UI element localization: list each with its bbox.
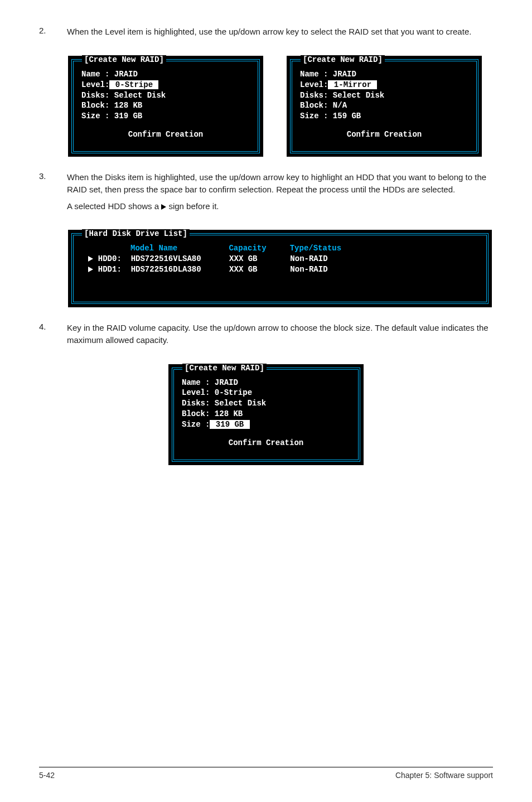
panel-a-name: Name : JRAID [81,69,250,80]
page-footer: 5-42 Chapter 5: Software support [39,767,493,780]
step-4-body: Key in the RAID volume capacity. Use the… [67,322,493,350]
triangle-icon [88,256,93,262]
panel-b-title: [Create New RAID] [301,55,385,64]
step-3-number: 3. [39,171,67,215]
panel-create-raid-stripe: [Create New RAID] Name : JRAID Level: 0-… [68,56,263,157]
raid-panel-center-row: [Create New RAID] Name : JRAID Level: 0-… [39,364,493,465]
footer-page-number: 5-42 [39,771,55,780]
panel-a-confirm: Confirm Creation [81,129,250,140]
step-2: 2. When the Level item is highlighted, u… [39,26,493,41]
step-4-text: Key in the RAID volume capacity. Use the… [67,322,493,346]
hdd-header-row: Model Name Capacity Type/Status [84,243,476,254]
hdd-list-row: [Hard Disk Drive List] Model Name Capaci… [68,230,493,307]
panel-d-level: Level: 0-Stripe [182,388,350,398]
panel-a-disks: Disks: Select Disk [81,90,250,101]
panel-hdd-list: [Hard Disk Drive List] Model Name Capaci… [68,230,492,307]
panel-c-title: [Hard Disk Drive List] [82,229,190,238]
hdd-header-model: Model Name [130,244,177,253]
triangle-icon [161,204,166,210]
panel-d-block: Block: 128 KB [182,409,350,419]
panel-a-level: Level: 0-Stripe [81,80,250,90]
panel-a-level-value: 0-Stripe [109,80,158,89]
panel-create-raid-mirror: [Create New RAID] Name : JRAID Level: 1-… [287,56,482,157]
hdd-row-0: HDD0: HDS722516VLSA80 XXX GB Non-RAID [84,254,476,264]
step-3-body: When the Disks item is highlighted, use … [67,171,493,215]
panel-b-disks: Disks: Select Disk [300,90,468,101]
panel-a-size: Size : 319 GB [81,111,250,122]
raid-panels-row: [Create New RAID] Name : JRAID Level: 0-… [68,56,493,157]
step-2-body: When the Level item is highlighted, use … [67,26,493,41]
panel-d-title: [Create New RAID] [182,364,267,373]
panel-b-level: Level: 1-Mirror [300,80,468,90]
panel-b-level-value: 1-Mirror [328,80,377,89]
step-4: 4. Key in the RAID volume capacity. Use … [39,322,493,350]
step-3-text: When the Disks item is highlighted, use … [67,171,493,196]
step-3-subnote: A selected HDD shows a sign before it. [67,200,493,212]
panel-b-name: Name : JRAID [300,69,468,80]
footer-chapter: Chapter 5: Software support [395,771,493,780]
step-3: 3. When the Disks item is highlighted, u… [39,171,493,215]
panel-d-size: Size : 319 GB [182,419,350,430]
step-4-number: 4. [39,322,67,350]
step-2-text: When the Level item is highlighted, use … [67,26,493,38]
hdd-header-capacity: Capacity [229,244,266,253]
panel-d-confirm: Confirm Creation [182,438,350,448]
panel-a-title: [Create New RAID] [82,55,166,64]
panel-a-block: Block: 128 KB [81,100,250,111]
step-2-number: 2. [39,26,67,41]
panel-d-disks: Disks: Select Disk [182,398,350,409]
panel-b-confirm: Confirm Creation [300,129,468,140]
panel-d-name: Name : JRAID [182,378,350,388]
panel-d-size-value: 319 GB [210,420,249,429]
hdd-header-type: Type/Status [290,244,341,253]
panel-b-size: Size : 159 GB [300,111,468,122]
triangle-icon [88,267,93,272]
panel-create-raid-size: [Create New RAID] Name : JRAID Level: 0-… [168,364,364,465]
hdd-row-1: HDD1: HDS722516DLA380 XXX GB Non-RAID [84,264,476,275]
panel-b-block: Block: N/A [300,100,468,111]
